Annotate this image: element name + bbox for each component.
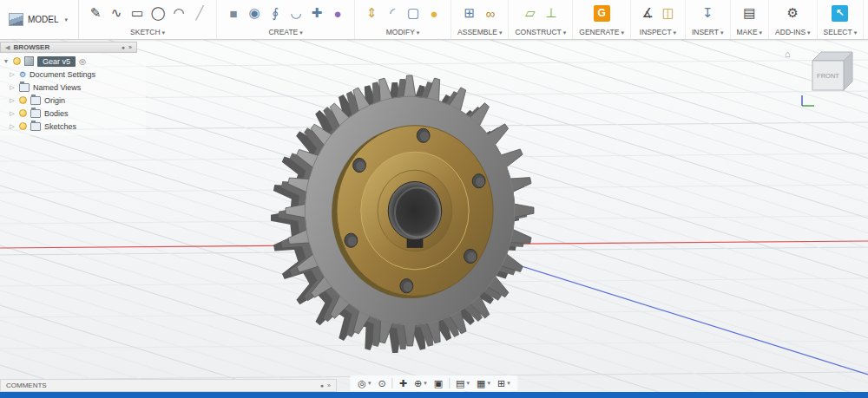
loft-icon[interactable]: ◡ — [286, 3, 306, 23]
axis-icon[interactable]: ⊥ — [542, 3, 561, 23]
expand-chevron-icon[interactable]: ▷ — [9, 84, 16, 91]
browser-item-label: Named Views — [33, 83, 81, 92]
toolbar-separator — [392, 378, 393, 388]
toolbar-menu-construct[interactable]: CONSTRUCT▾ — [515, 28, 566, 36]
expand-chevron-icon[interactable]: ▷ — [9, 97, 16, 104]
comments-bar[interactable]: COMMENTS ● » — [0, 379, 337, 392]
measure-icon[interactable]: ∡ — [638, 3, 657, 23]
browser-item-root[interactable]: ▼ Gear v5 ◎ — [0, 55, 146, 68]
browser-item-document-settings[interactable]: ▷⚙Document Settings — [0, 68, 146, 81]
browser-item-label: Document Settings — [30, 70, 95, 79]
viewports-icon[interactable]: ⊞▾ — [494, 378, 514, 389]
viewcube-face-label[interactable]: FRONT — [817, 72, 839, 80]
toolbar-menu-insert[interactable]: INSERT▾ — [692, 28, 724, 36]
rectangle-icon[interactable]: ▭ — [128, 3, 147, 23]
chevron-down-icon: ▾ — [854, 29, 858, 36]
toolbar-menu-generate[interactable]: GENERATE▾ — [579, 28, 624, 36]
box-icon[interactable]: ■ — [224, 3, 243, 23]
comments-label: COMMENTS — [6, 382, 47, 389]
browser-item-label: Bodies — [44, 109, 69, 118]
gear-icon: ⚙ — [19, 70, 26, 79]
insert-icon[interactable]: ↧ — [698, 3, 717, 23]
orbit-icon[interactable]: ◎▾ — [354, 378, 374, 389]
browser-item-label: Sketches — [44, 122, 76, 131]
workspace-label: MODEL — [28, 15, 59, 24]
chevron-down-icon: ▾ — [674, 29, 677, 36]
toolbar-menu-select[interactable]: SELECT▾ — [824, 28, 858, 36]
expand-chevron-icon[interactable]: ▷ — [9, 110, 16, 117]
collapse-panel-icon[interactable]: ◀ — [5, 44, 10, 51]
chevron-down-icon: ▾ — [621, 29, 624, 36]
grid-and-snaps-icon[interactable]: ▦▾ — [473, 378, 494, 389]
expand-chevron-icon[interactable]: ▷ — [9, 71, 16, 78]
shell-icon[interactable]: ▢ — [404, 3, 423, 23]
root-component-badge[interactable]: Gear v5 — [37, 56, 76, 67]
toolbar-menu-inspect[interactable]: INSPECT▾ — [637, 28, 679, 36]
coil-icon[interactable]: ✚ — [307, 3, 326, 23]
toolbar-menu-create[interactable]: CREATE▾ — [223, 28, 348, 36]
generate-icon[interactable]: G — [594, 5, 610, 22]
panel-dot-icon[interactable]: ● — [320, 382, 324, 388]
look-at-icon[interactable]: ⊙ — [374, 378, 389, 389]
activate-component-icon[interactable]: ◎ — [79, 57, 86, 66]
sweep-icon[interactable]: ∮ — [266, 3, 285, 23]
arc-icon[interactable]: ◠ — [169, 3, 188, 23]
offset-plane-icon[interactable]: ▱ — [521, 3, 540, 23]
viewport-3d[interactable]: ◀ BROWSER ● » ▼ Gear v5 ◎ ▷⚙Document Set… — [0, 40, 868, 392]
chevron-down-icon: ▾ — [807, 29, 811, 36]
toolbar-menu-assemble[interactable]: ASSEMBLE▾ — [457, 28, 502, 36]
workspace-thumbnail-icon — [9, 13, 23, 26]
panel-expand-icon[interactable]: » — [128, 44, 132, 50]
workspace-switcher[interactable]: MODEL ▾ — [0, 0, 79, 39]
new-component-icon[interactable]: ⊞ — [460, 3, 479, 23]
panel-dot-icon[interactable]: ● — [122, 44, 125, 50]
toolbar-group-modify: ⇕◜▢●MODIFY▾ — [355, 0, 451, 39]
line-icon[interactable]: ╱ — [190, 3, 209, 23]
toolbar-menu-make[interactable]: MAKE▾ — [737, 28, 763, 36]
section-analysis-icon[interactable]: ◫ — [659, 3, 678, 23]
chevron-down-icon: ▾ — [368, 380, 372, 387]
create-sketch-icon[interactable]: ✎ — [86, 3, 105, 23]
expand-chevron-icon[interactable]: ▼ — [3, 58, 10, 64]
browser-item-bodies[interactable]: ▷Bodies — [0, 107, 146, 120]
revolve-icon[interactable]: ◉ — [245, 3, 264, 23]
panel-expand-icon[interactable]: » — [327, 382, 331, 388]
3d-print-icon[interactable]: ▤ — [740, 3, 759, 23]
toolbar-menu-modify[interactable]: MODIFY▾ — [361, 28, 444, 36]
spline-icon[interactable]: ∿ — [107, 3, 126, 23]
fit-icon[interactable]: ▣ — [431, 378, 446, 389]
fusion-window: MODEL ▾ ✎∿▭◯◠╱SKETCH▾■◉∮◡✚●CREATE▾⇕◜▢●MO… — [0, 0, 868, 398]
visibility-bulb-icon[interactable] — [19, 109, 27, 117]
component-icon — [24, 56, 34, 66]
browser-item-sketches[interactable]: ▷Sketches — [0, 120, 146, 133]
fillet-icon[interactable]: ◜ — [383, 3, 402, 23]
combine-icon[interactable]: ● — [424, 3, 444, 23]
toolbar-menu-add-ins[interactable]: ADD-INS▾ — [775, 28, 810, 36]
browser-header[interactable]: ◀ BROWSER ● » — [0, 42, 137, 53]
press-pull-icon[interactable]: ⇕ — [362, 3, 381, 23]
zoom-icon[interactable]: ⊕▾ — [411, 378, 431, 389]
expand-chevron-icon[interactable]: ▷ — [9, 123, 16, 130]
scripts-and-addins-icon[interactable]: ⚙ — [783, 3, 802, 23]
visibility-bulb-icon[interactable] — [13, 57, 21, 65]
browser-item-origin[interactable]: ▷Origin — [0, 94, 146, 107]
create-form-icon[interactable]: ● — [328, 3, 347, 23]
chevron-down-icon: ▾ — [720, 29, 724, 36]
viewcube: ⌂ FRONT — [785, 43, 865, 109]
toolbar-menu-sketch[interactable]: SKETCH▾ — [85, 28, 210, 36]
home-view-icon[interactable]: ⌂ — [785, 49, 791, 59]
pan-icon[interactable]: ✚ — [396, 378, 411, 389]
visibility-bulb-icon[interactable] — [19, 122, 27, 130]
visibility-bulb-icon[interactable] — [19, 96, 27, 104]
circle-icon[interactable]: ◯ — [148, 3, 168, 23]
toolbar-group-assemble: ⊞∞ASSEMBLE▾ — [451, 0, 509, 39]
browser-item-named-views[interactable]: ▷Named Views — [0, 81, 146, 94]
viewcube-cube[interactable]: FRONT — [800, 43, 863, 97]
joint-icon[interactable]: ∞ — [481, 3, 500, 23]
gear-model[interactable] — [271, 75, 534, 353]
toolbar-group-inspect: ∡◫INSPECT▾ — [631, 0, 686, 39]
chevron-down-icon: ▾ — [760, 29, 763, 36]
display-settings-icon[interactable]: ▤▾ — [452, 378, 473, 389]
select-icon[interactable]: ↖ — [832, 5, 848, 22]
folder-icon — [30, 109, 41, 118]
